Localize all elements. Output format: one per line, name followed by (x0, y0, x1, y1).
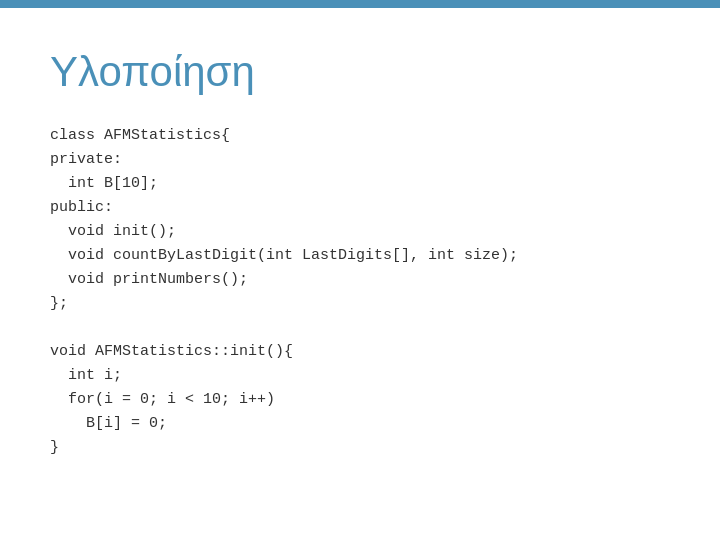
top-bar (0, 0, 720, 8)
code-section-1: class AFMStatistics{ private: int B[10];… (50, 124, 670, 316)
code-section-2: void AFMStatistics::init(){ int i; for(i… (50, 340, 670, 460)
slide-container: Υλοποίηση class AFMStatistics{ private: … (0, 8, 720, 540)
slide-title: Υλοποίηση (50, 48, 670, 96)
code-block-2: void AFMStatistics::init(){ int i; for(i… (50, 340, 670, 460)
code-block-1: class AFMStatistics{ private: int B[10];… (50, 124, 670, 316)
